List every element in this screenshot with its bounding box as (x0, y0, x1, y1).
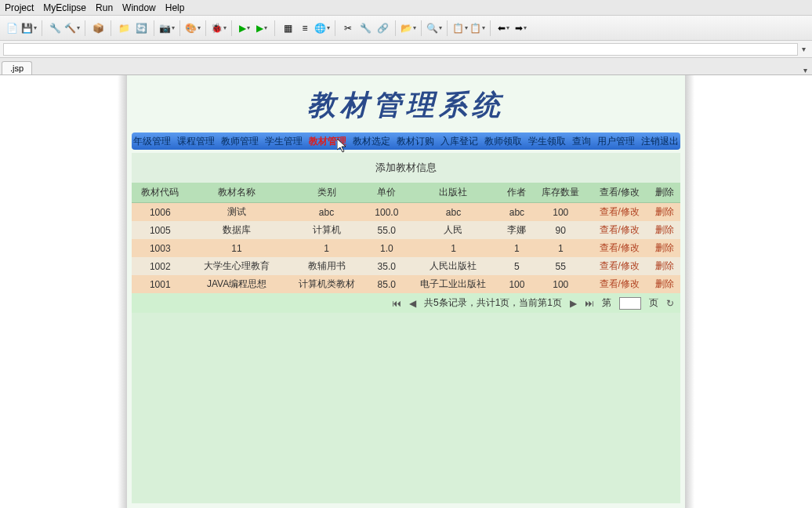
debug-icon[interactable]: 🐞 (212, 21, 226, 35)
run-icon[interactable]: ▶ (237, 21, 252, 35)
refresh-icon[interactable]: 🔄 (134, 21, 148, 35)
camera-icon[interactable]: 📷 (160, 21, 174, 35)
separator (231, 20, 232, 36)
nav-student[interactable]: 学生管理 (263, 135, 304, 148)
separator (85, 20, 85, 36)
menu-myeclipse[interactable]: MyEclipse (43, 2, 86, 13)
folder-icon[interactable]: 📁 (117, 21, 131, 35)
cell-author: 李娜 (502, 221, 532, 239)
separator (421, 20, 422, 36)
pager-page-pre: 第 (602, 296, 611, 310)
view-link[interactable]: 查看/修改 (600, 224, 640, 235)
cell-pub: 电子工业出版社 (405, 275, 502, 293)
separator (274, 20, 275, 36)
separator (42, 20, 42, 36)
table-row: 1001JAVA编程思想计算机类教材85.0电子工业出版社100100查看/修改… (132, 275, 680, 293)
url-dropdown-icon[interactable]: ▾ (798, 45, 809, 53)
tool-dd-icon[interactable]: 🔨 (65, 21, 79, 35)
cut-icon[interactable]: ✂ (341, 21, 355, 35)
nav-teacher[interactable]: 教师管理 (219, 135, 260, 148)
pager-page-input[interactable] (619, 297, 641, 310)
cell-stock: 100 (532, 275, 589, 293)
pager-first-icon[interactable]: ⏮ (392, 298, 401, 309)
menu-run[interactable]: Run (96, 2, 113, 13)
separator (111, 20, 111, 36)
nav-bar: 年级管理 课程管理 教师管理 学生管理 教材管理 教材选定 教材订购 入库登记 … (132, 132, 680, 150)
task-icon[interactable]: 📋 (453, 21, 467, 35)
menu-window[interactable]: Window (122, 2, 156, 13)
nav-user[interactable]: 用户管理 (596, 135, 636, 148)
filler (132, 313, 680, 503)
nav-logout[interactable]: 注销退出 (640, 135, 680, 148)
cell-pub: 1 (405, 239, 502, 257)
back-icon[interactable]: ⬅ (496, 21, 510, 35)
menu-help[interactable]: Help (165, 2, 185, 13)
url-input[interactable] (3, 43, 798, 56)
pager-prev-icon[interactable]: ◀ (409, 298, 416, 309)
view-link[interactable]: 查看/修改 (600, 278, 640, 289)
new-icon[interactable]: 📄 (5, 21, 19, 35)
delete-link[interactable]: 删除 (655, 278, 674, 289)
cell-author: abc (502, 203, 532, 222)
nav-inbound[interactable]: 入库登记 (439, 135, 480, 148)
address-bar: ▾ (0, 41, 812, 58)
nav-query[interactable]: 查询 (571, 135, 593, 148)
cell-cat: abc (285, 203, 368, 222)
cell-code: 1005 (132, 221, 189, 239)
cell-pub: 人民出版社 (405, 257, 502, 275)
table-header-row: 教材代码 教材名称 类别 单价 出版社 作者 库存数量 查看/修改 删除 (132, 183, 680, 203)
view-link[interactable]: 查看/修改 (600, 260, 640, 271)
forward-icon[interactable]: ➡ (513, 21, 527, 35)
box-icon[interactable]: 📦 (91, 21, 105, 35)
view-link[interactable]: 查看/修改 (600, 206, 640, 217)
cell-price: 85.0 (368, 275, 406, 293)
col-price: 单价 (368, 183, 406, 203)
task2-icon[interactable]: 📋 (470, 21, 484, 35)
cell-author: 5 (502, 257, 532, 275)
cell-cat: 教辅用书 (285, 257, 368, 275)
col-name: 教材名称 (189, 183, 285, 203)
section-title[interactable]: 添加教材信息 (132, 153, 680, 183)
tab-jsp[interactable]: .jsp (2, 61, 32, 74)
col-author: 作者 (502, 183, 532, 203)
align-icon[interactable]: ≡ (298, 21, 312, 35)
save-icon[interactable]: 💾 (22, 21, 36, 35)
nav-grade[interactable]: 年级管理 (132, 135, 172, 148)
nav-course[interactable]: 课程管理 (176, 135, 216, 148)
toolbar: 📄 💾 🔧 🔨 📦 📁 🔄 📷 🎨 🐞 ▶ ▶ ▦ ≡ 🌐 ✂ 🔧 🔗 📂 🔍 … (0, 16, 812, 41)
nav-textbook[interactable]: 教材管理 (307, 135, 348, 148)
view-link[interactable]: 查看/修改 (600, 242, 640, 253)
nav-teacher-receive[interactable]: 教师领取 (483, 135, 524, 148)
delete-link[interactable]: 删除 (655, 206, 674, 217)
delete-link[interactable]: 删除 (655, 224, 674, 235)
pager-next-icon[interactable]: ▶ (570, 298, 577, 309)
folder2-icon[interactable]: 📂 (401, 21, 415, 35)
cell-price: 35.0 (368, 257, 406, 275)
tab-dropdown-icon[interactable]: ▾ (799, 66, 812, 74)
cell-cat: 计算机 (285, 221, 368, 239)
cell-stock: 90 (532, 221, 589, 239)
cell-name: JAVA编程思想 (189, 275, 285, 293)
delete-link[interactable]: 删除 (655, 242, 674, 253)
search-icon[interactable]: 🔍 (427, 21, 441, 35)
menu-project[interactable]: Project (5, 2, 34, 13)
col-pub: 出版社 (405, 183, 502, 203)
run-ext-icon[interactable]: ▶ (255, 21, 269, 35)
globe-icon[interactable]: 🌐 (315, 21, 329, 35)
nav-textbook-select[interactable]: 教材选定 (351, 135, 392, 148)
link-icon[interactable]: 🔗 (375, 21, 390, 35)
wrench-icon[interactable]: 🔧 (358, 21, 372, 35)
nav-textbook-order[interactable]: 教材订购 (395, 135, 436, 148)
col-del: 删除 (650, 183, 680, 203)
grid-icon[interactable]: ▦ (281, 21, 295, 35)
cell-price: 55.0 (368, 221, 406, 239)
paint-icon[interactable]: 🎨 (186, 21, 200, 35)
nav-student-receive[interactable]: 学生领取 (527, 135, 567, 148)
separator (447, 20, 448, 36)
pager-last-icon[interactable]: ⏭ (585, 298, 594, 309)
cell-cat: 计算机类教材 (285, 275, 368, 293)
cell-pub: abc (405, 203, 502, 222)
tool-icon[interactable]: 🔧 (48, 21, 62, 35)
pager-go-icon[interactable]: ↻ (666, 298, 674, 309)
delete-link[interactable]: 删除 (655, 260, 674, 271)
